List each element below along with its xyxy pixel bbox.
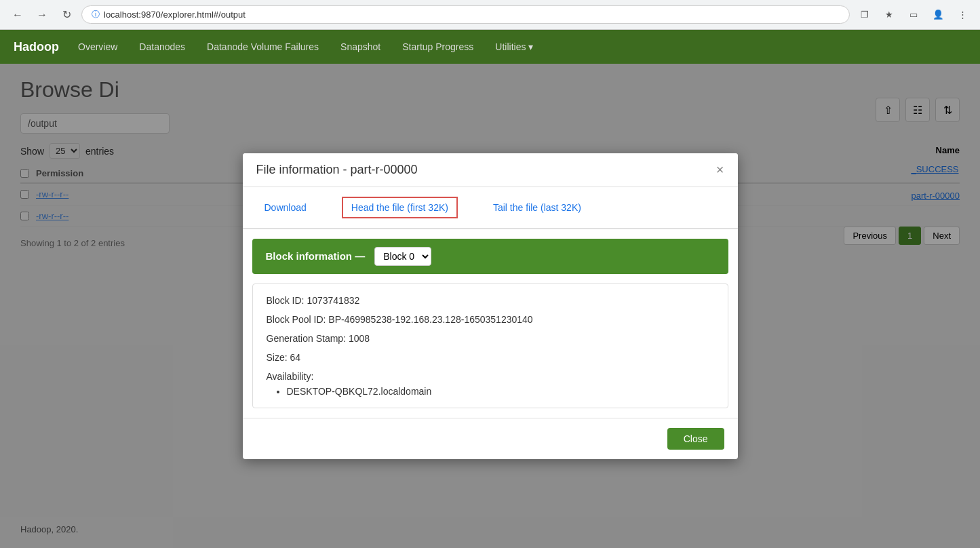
modal-close-button[interactable]: × xyxy=(716,163,724,176)
share-icon[interactable]: ❐ xyxy=(855,5,874,24)
modal-title: File information - part-r-00000 xyxy=(256,163,418,177)
block-select[interactable]: Block 0 xyxy=(374,247,431,266)
bookmark-icon[interactable]: ★ xyxy=(880,5,899,24)
size-value: 64 xyxy=(290,352,301,363)
availability-host-0: DESKTOP-QBKQL72.localdomain xyxy=(287,386,714,397)
reload-button[interactable]: ↻ xyxy=(57,5,76,24)
size-label: Size: xyxy=(267,352,288,363)
nav-datanodes[interactable]: Datanodes xyxy=(136,32,188,62)
nav-overview[interactable]: Overview xyxy=(75,32,120,62)
block-info-label: Block information — xyxy=(266,250,366,262)
page-background: Browse Di /output Show 25 entries Permis… xyxy=(0,64,980,548)
availability-list: DESKTOP-QBKQL72.localdomain xyxy=(267,386,714,397)
block-id-row: Block ID: 1073741832 xyxy=(267,295,714,306)
nav-snapshot[interactable]: Snapshot xyxy=(338,32,383,62)
separator xyxy=(243,229,738,229)
nav-startup-progress[interactable]: Startup Progress xyxy=(399,32,476,62)
generation-stamp-row: Generation Stamp: 1008 xyxy=(267,333,714,344)
availability-label: Availability: xyxy=(267,371,714,382)
modal-footer: Close xyxy=(243,418,738,459)
tablet-icon[interactable]: ▭ xyxy=(904,5,923,24)
availability-row: Availability: DESKTOP-QBKQL72.localdomai… xyxy=(267,371,714,397)
nav-utilities[interactable]: Utilities xyxy=(492,32,536,62)
pool-id-value: BP-469985238-192.168.23.128-165035123014… xyxy=(328,314,532,325)
generation-label: Generation Stamp: xyxy=(267,333,347,344)
tab-download[interactable]: Download xyxy=(256,198,315,217)
modal-tabs: Download Head the file (first 32K) Tail … xyxy=(243,187,738,229)
block-id-label: Block ID: xyxy=(267,295,305,306)
close-button[interactable]: Close xyxy=(667,428,724,450)
generation-value: 1008 xyxy=(349,333,370,344)
back-button[interactable]: ← xyxy=(8,5,27,24)
menu-icon[interactable]: ⋮ xyxy=(953,5,972,24)
block-details: Block ID: 1073741832 Block Pool ID: BP-4… xyxy=(252,283,728,408)
lock-icon: ⓘ xyxy=(92,9,100,20)
nav-datanode-volume[interactable]: Datanode Volume Failures xyxy=(204,32,321,62)
pool-id-label: Block Pool ID: xyxy=(267,314,326,325)
block-id-value: 1073741832 xyxy=(307,295,359,306)
block-pool-row: Block Pool ID: BP-469985238-192.168.23.1… xyxy=(267,314,714,325)
modal-overlay: File information - part-r-00000 × Downlo… xyxy=(0,64,980,548)
file-info-modal: File information - part-r-00000 × Downlo… xyxy=(243,153,738,459)
profile-icon[interactable]: 👤 xyxy=(928,5,947,24)
address-bar[interactable]: ⓘ localhost:9870/explorer.html#/output xyxy=(81,5,850,24)
tab-head-file[interactable]: Head the file (first 32K) xyxy=(342,197,458,218)
hadoop-logo: Hadoop xyxy=(14,40,59,54)
forward-button[interactable]: → xyxy=(33,5,52,24)
hadoop-navbar: Hadoop Overview Datanodes Datanode Volum… xyxy=(0,30,980,64)
size-row: Size: 64 xyxy=(267,352,714,363)
tab-tail-file[interactable]: Tail the file (last 32K) xyxy=(485,198,589,217)
browser-chrome: ← → ↻ ⓘ localhost:9870/explorer.html#/ou… xyxy=(0,0,980,30)
modal-header: File information - part-r-00000 × xyxy=(243,153,738,187)
block-info-header: Block information — Block 0 xyxy=(252,239,728,274)
url-text: localhost:9870/explorer.html#/output xyxy=(104,9,246,20)
